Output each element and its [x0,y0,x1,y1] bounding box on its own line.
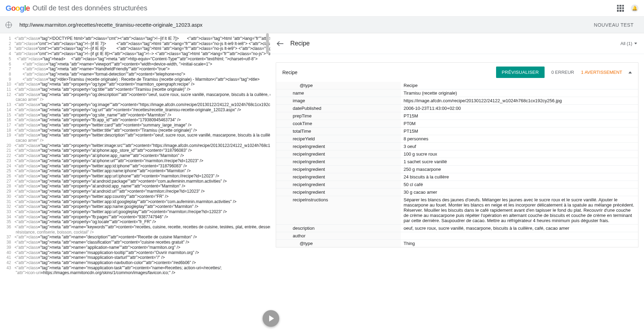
globe-icon [6,22,12,28]
google-logo: Google [6,4,30,13]
apps-icon[interactable] [617,5,624,12]
app-header: Google Outil de test des données structu… [0,0,644,17]
new-test-button[interactable]: NOUVEAU TEST [589,19,638,30]
bell-icon[interactable]: 🔔 [631,5,638,12]
tested-url: http://www.marmiton.org/recettes/recette… [19,22,203,28]
url-bar: http://www.marmiton.org/recettes/recette… [0,17,644,33]
tool-title: Outil de test des données structurées [33,4,147,12]
